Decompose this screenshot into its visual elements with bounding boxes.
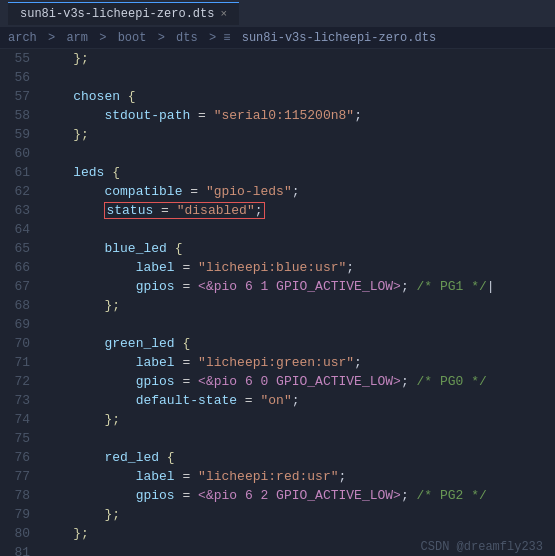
breadcrumb-sep1: > — [48, 31, 62, 45]
line-75: 75 — [0, 429, 555, 448]
breadcrumb-sep3: > — [158, 31, 172, 45]
line-number: 55 — [0, 49, 42, 68]
line-69: 69 — [0, 315, 555, 334]
breadcrumb-sep2: > — [99, 31, 113, 45]
breadcrumb-boot[interactable]: boot — [118, 31, 147, 45]
editor-tab[interactable]: sun8i-v3s-licheepi-zero.dts × — [8, 2, 239, 25]
line-number: 81 — [0, 543, 42, 556]
line-content — [42, 144, 555, 163]
line-number: 73 — [0, 391, 42, 410]
line-70: 70 green_led { — [0, 334, 555, 353]
code-editor: 55 }; 56 57 chosen { 58 stdout-path = "s… — [0, 49, 555, 556]
title-bar: sun8i-v3s-licheepi-zero.dts × — [0, 0, 555, 28]
line-number: 65 — [0, 239, 42, 258]
line-number: 63 — [0, 201, 42, 220]
status-label: CSDN @dreamfly233 — [421, 540, 543, 554]
line-78: 78 gpios = <&pio 6 2 GPIO_ACTIVE_LOW>; /… — [0, 486, 555, 505]
line-content: stdout-path = "serial0:115200n8"; — [42, 106, 555, 125]
line-73: 73 default-state = "on"; — [0, 391, 555, 410]
line-55: 55 }; — [0, 49, 555, 68]
line-content: label = "licheepi:blue:usr"; — [42, 258, 555, 277]
breadcrumb-current-file: sun8i-v3s-licheepi-zero.dts — [242, 31, 436, 45]
line-content: }; — [42, 296, 555, 315]
line-content — [42, 68, 555, 87]
line-content: red_led { — [42, 448, 555, 467]
line-content: }; — [42, 49, 555, 68]
line-number: 59 — [0, 125, 42, 144]
line-number: 56 — [0, 68, 42, 87]
line-76: 76 red_led { — [0, 448, 555, 467]
line-number: 77 — [0, 467, 42, 486]
line-content — [42, 429, 555, 448]
line-58: 58 stdout-path = "serial0:115200n8"; — [0, 106, 555, 125]
line-content: }; — [42, 505, 555, 524]
breadcrumb-arch[interactable]: arch — [8, 31, 37, 45]
line-content: status = "disabled"; — [42, 201, 555, 220]
line-68: 68 }; — [0, 296, 555, 315]
line-content: default-state = "on"; — [42, 391, 555, 410]
line-72: 72 gpios = <&pio 6 0 GPIO_ACTIVE_LOW>; /… — [0, 372, 555, 391]
line-59: 59 }; — [0, 125, 555, 144]
line-content — [42, 220, 555, 239]
line-number: 74 — [0, 410, 42, 429]
line-number: 69 — [0, 315, 42, 334]
line-number: 76 — [0, 448, 42, 467]
tab-label: sun8i-v3s-licheepi-zero.dts — [20, 7, 214, 21]
line-number: 71 — [0, 353, 42, 372]
line-content: green_led { — [42, 334, 555, 353]
line-content: blue_led { — [42, 239, 555, 258]
breadcrumb-sep4: > ≡ — [209, 31, 238, 45]
line-66: 66 label = "licheepi:blue:usr"; — [0, 258, 555, 277]
line-content: gpios = <&pio 6 2 GPIO_ACTIVE_LOW>; /* P… — [42, 486, 555, 505]
line-number: 79 — [0, 505, 42, 524]
line-67: 67 gpios = <&pio 6 1 GPIO_ACTIVE_LOW>; /… — [0, 277, 555, 296]
line-content: }; — [42, 125, 555, 144]
line-number: 57 — [0, 87, 42, 106]
line-number: 58 — [0, 106, 42, 125]
line-64: 64 — [0, 220, 555, 239]
line-62: 62 compatible = "gpio-leds"; — [0, 182, 555, 201]
line-number: 72 — [0, 372, 42, 391]
line-number: 61 — [0, 163, 42, 182]
line-71: 71 label = "licheepi:green:usr"; — [0, 353, 555, 372]
tab-close-icon[interactable]: × — [220, 8, 227, 20]
line-61: 61 leds { — [0, 163, 555, 182]
line-number: 75 — [0, 429, 42, 448]
line-57: 57 chosen { — [0, 87, 555, 106]
line-74: 74 }; — [0, 410, 555, 429]
line-number: 68 — [0, 296, 42, 315]
line-content: }; — [42, 410, 555, 429]
line-content: gpios = <&pio 6 1 GPIO_ACTIVE_LOW>; /* P… — [42, 277, 555, 296]
line-content: label = "licheepi:green:usr"; — [42, 353, 555, 372]
line-content: chosen { — [42, 87, 555, 106]
breadcrumb-dts[interactable]: dts — [176, 31, 198, 45]
line-79: 79 }; — [0, 505, 555, 524]
line-65: 65 blue_led { — [0, 239, 555, 258]
line-content — [42, 315, 555, 334]
line-number: 60 — [0, 144, 42, 163]
line-77: 77 label = "licheepi:red:usr"; — [0, 467, 555, 486]
line-number: 62 — [0, 182, 42, 201]
line-number: 70 — [0, 334, 42, 353]
status-bar: CSDN @dreamfly233 — [409, 538, 555, 556]
line-63: 63 status = "disabled"; — [0, 201, 555, 220]
line-60: 60 — [0, 144, 555, 163]
line-number: 64 — [0, 220, 42, 239]
breadcrumb-arm[interactable]: arm — [66, 31, 88, 45]
line-content: gpios = <&pio 6 0 GPIO_ACTIVE_LOW>; /* P… — [42, 372, 555, 391]
line-number: 67 — [0, 277, 42, 296]
breadcrumb: arch > arm > boot > dts > ≡ sun8i-v3s-li… — [0, 28, 555, 49]
line-number: 78 — [0, 486, 42, 505]
line-56: 56 — [0, 68, 555, 87]
line-number: 66 — [0, 258, 42, 277]
line-number: 80 — [0, 524, 42, 543]
line-content: compatible = "gpio-leds"; — [42, 182, 555, 201]
line-content: label = "licheepi:red:usr"; — [42, 467, 555, 486]
line-content: leds { — [42, 163, 555, 182]
